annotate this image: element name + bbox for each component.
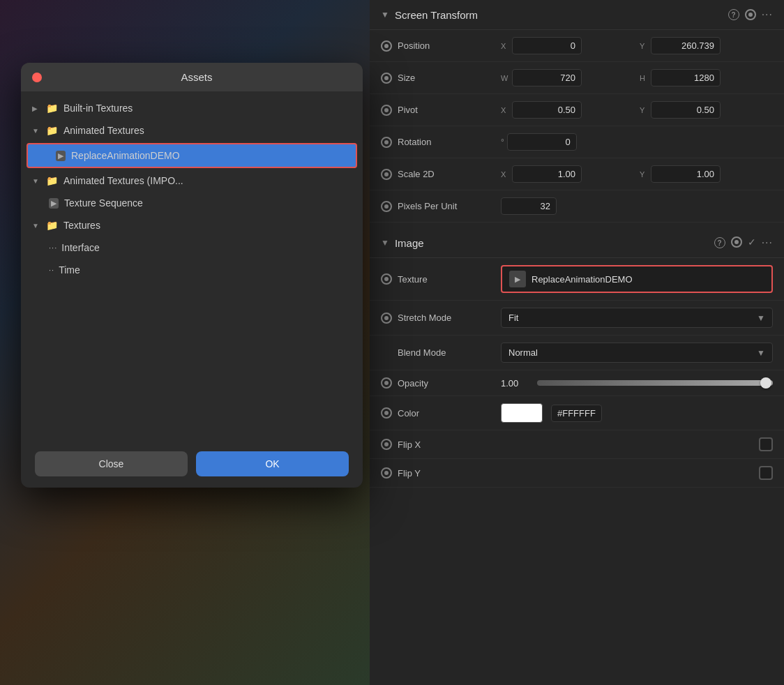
- image-radio-btn[interactable]: [731, 236, 742, 248]
- w-axis-label: W: [501, 74, 509, 82]
- scale2d-radio[interactable]: [381, 169, 392, 180]
- close-button[interactable]: Close: [35, 451, 188, 476]
- chevron-right-icon: ▶: [32, 105, 40, 112]
- section-menu-icon[interactable]: ···: [762, 8, 773, 21]
- tree-item-label: Built-in Textures: [63, 103, 133, 114]
- section-collapse-icon[interactable]: ▼: [381, 238, 389, 248]
- tree-item-built-in-textures[interactable]: ▶ 📁 Built-in Textures: [21, 97, 363, 119]
- tree-item-time[interactable]: · · Time: [21, 259, 363, 281]
- texture-row: Texture ▶ ReplaceAnimationDEMO: [370, 258, 784, 301]
- color-row: Color #FFFFFF: [370, 396, 784, 430]
- texture-radio[interactable]: [381, 273, 392, 285]
- right-panel: ▼ Screen Transform ? ··· Position X 0 Y …: [370, 0, 784, 685]
- size-w-field: W 720: [501, 69, 634, 86]
- opacity-slider[interactable]: [537, 380, 773, 386]
- x-axis-label: X: [501, 170, 509, 179]
- animation-icon: ▶: [56, 151, 66, 161]
- scale2d-x-input[interactable]: 1.00: [512, 165, 582, 183]
- position-radio[interactable]: [381, 40, 392, 52]
- pivot-x-field: X 0.50: [501, 101, 634, 119]
- h-axis-label: H: [640, 74, 648, 82]
- stretch-mode-row: Stretch Mode Fit ▼: [370, 301, 784, 336]
- tree-item-label: Animated Textures (IMPO...: [63, 175, 183, 186]
- opacity-values: 1.00: [501, 378, 773, 389]
- degree-symbol: °: [501, 137, 504, 147]
- folder-icon: 📁: [46, 103, 58, 114]
- blend-mode-row: Blend Mode Normal ▼: [370, 336, 784, 370]
- stretch-mode-label: Stretch Mode: [398, 313, 495, 323]
- y-axis-label: Y: [640, 42, 648, 50]
- image-section-actions: ✓ ···: [731, 236, 773, 249]
- rotation-row: Rotation ° 0: [370, 126, 784, 158]
- animation-icon: ▶: [49, 198, 59, 209]
- chevron-down-icon: ▼: [32, 127, 40, 135]
- folder-icon: 📁: [46, 125, 58, 136]
- tree-item-animated-textures-impo[interactable]: ▼ 📁 Animated Textures (IMPO...: [21, 170, 363, 192]
- flip-x-label: Flip X: [398, 439, 495, 450]
- pivot-x-input[interactable]: 0.50: [512, 101, 582, 119]
- sprite-icon: · · ·: [49, 243, 56, 252]
- y-axis-label: Y: [640, 170, 648, 179]
- section-radio-btn[interactable]: [745, 9, 756, 20]
- flip-y-radio[interactable]: [381, 467, 392, 479]
- rotation-radio[interactable]: [381, 137, 392, 148]
- stretch-mode-dropdown[interactable]: Fit ▼: [501, 308, 773, 328]
- color-swatch[interactable]: [501, 403, 543, 423]
- tree-item-label: Textures: [63, 220, 100, 231]
- help-icon[interactable]: ?: [714, 237, 725, 248]
- opacity-label: Opacity: [398, 378, 495, 389]
- position-y-input[interactable]: 260.739: [651, 37, 721, 54]
- flip-x-radio[interactable]: [381, 439, 392, 450]
- section-menu-icon[interactable]: ···: [762, 236, 773, 249]
- screen-transform-section-header: ▼ Screen Transform ? ···: [370, 0, 784, 30]
- blend-mode-dropdown[interactable]: Normal ▼: [501, 342, 773, 363]
- check-icon[interactable]: ✓: [748, 236, 756, 249]
- blend-mode-value: Normal: [508, 347, 538, 358]
- size-label: Size: [398, 73, 495, 83]
- color-hex-value[interactable]: #FFFFFF: [551, 405, 602, 422]
- stretch-radio[interactable]: [381, 313, 392, 324]
- position-x-field: X 0: [501, 37, 634, 54]
- color-values: #FFFFFF: [501, 403, 773, 423]
- position-x-input[interactable]: 0: [512, 37, 582, 54]
- scale2d-values: X 1.00 Y 1.00: [501, 165, 773, 183]
- tree-item-animated-textures[interactable]: ▼ 📁 Animated Textures: [21, 119, 363, 142]
- assets-dialog: Assets ▶ 📁 Built-in Textures ▼ 📁 Animate…: [21, 63, 363, 488]
- chevron-down-icon: ▼: [32, 177, 40, 185]
- color-radio[interactable]: [381, 407, 392, 419]
- blend-mode-label: Blend Mode: [398, 347, 495, 358]
- screen-transform-title: Screen Transform: [395, 9, 723, 21]
- flip-y-checkbox[interactable]: [759, 466, 773, 480]
- flip-y-label: Flip Y: [398, 468, 495, 479]
- dialog-body: ▶ 📁 Built-in Textures ▼ 📁 Animated Textu…: [21, 91, 363, 440]
- size-radio[interactable]: [381, 73, 392, 84]
- size-h-input[interactable]: 1280: [651, 69, 721, 86]
- tree-item-interface[interactable]: · · · Interface: [21, 236, 363, 259]
- flip-y-row: Flip Y: [370, 459, 784, 488]
- pivot-y-input[interactable]: 0.50: [651, 101, 721, 119]
- section-collapse-icon[interactable]: ▼: [381, 10, 389, 20]
- flip-x-checkbox[interactable]: [759, 437, 773, 451]
- rotation-input[interactable]: 0: [507, 133, 577, 151]
- ok-button[interactable]: OK: [196, 451, 349, 476]
- chevron-down-icon: ▼: [757, 313, 765, 323]
- scale2d-label: Scale 2D: [398, 169, 495, 179]
- tree-item-texture-sequence[interactable]: ▶ Texture Sequence: [21, 192, 363, 214]
- tree-item-replace-anim-demo[interactable]: ▶ ReplaceAnimationDEMO: [27, 143, 357, 168]
- image-title: Image: [395, 237, 709, 249]
- texture-field[interactable]: ▶ ReplaceAnimationDEMO: [501, 265, 773, 293]
- size-values: W 720 H 1280: [501, 69, 773, 86]
- opacity-radio[interactable]: [381, 377, 392, 389]
- tree-item-label: Texture Sequence: [64, 197, 143, 209]
- help-icon[interactable]: ?: [728, 9, 739, 20]
- size-h-field: H 1280: [640, 69, 773, 86]
- ppu-input[interactable]: 32: [501, 197, 557, 215]
- tree-item-textures[interactable]: ▼ 📁 Textures: [21, 214, 363, 236]
- scale2d-y-input[interactable]: 1.00: [651, 165, 721, 183]
- size-w-input[interactable]: 720: [512, 69, 582, 86]
- ppu-radio[interactable]: [381, 201, 392, 212]
- pivot-radio[interactable]: [381, 105, 392, 116]
- rotation-values: ° 0: [501, 133, 773, 151]
- position-label: Position: [398, 40, 495, 51]
- dialog-close-dot[interactable]: [32, 73, 42, 82]
